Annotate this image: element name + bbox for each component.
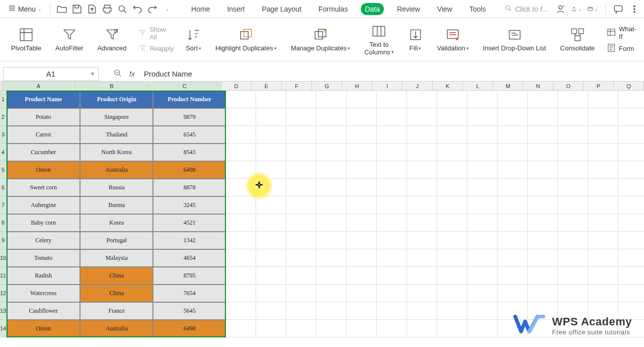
empty-cell[interactable] [588,232,618,249]
empty-cell[interactable] [467,108,498,126]
empty-cell[interactable] [588,144,618,161]
empty-cell[interactable] [588,249,618,267]
qat-dropdown-icon[interactable]: ⌄ [162,4,173,15]
empty-cell[interactable] [256,108,286,126]
table-cell[interactable]: Cucumber [7,144,80,161]
col-header-N[interactable]: N [523,82,553,91]
empty-cell[interactable] [316,285,347,302]
table-cell[interactable]: Malaysia [80,249,153,267]
table-cell[interactable]: 4654 [153,249,226,267]
export-icon[interactable] [87,4,98,15]
table-cell[interactable]: Carrot [7,126,80,144]
empty-cell[interactable] [316,249,347,267]
empty-cell[interactable] [467,179,498,196]
empty-cell[interactable] [226,232,256,249]
table-cell[interactable]: 6498 [153,320,226,337]
empty-cell[interactable] [377,196,407,214]
tab-home[interactable]: Home [187,3,214,15]
empty-cell[interactable] [256,249,286,267]
table-cell[interactable]: China [80,267,153,285]
empty-cell[interactable] [226,320,256,337]
table-cell[interactable]: France [80,302,153,320]
empty-cell[interactable] [316,196,347,214]
row-header-14[interactable]: 14 [0,320,7,337]
table-cell[interactable]: 4521 [153,214,226,232]
print-preview-icon[interactable] [117,4,128,15]
empty-cell[interactable] [528,214,558,232]
empty-cell[interactable] [498,214,528,232]
empty-cell[interactable] [437,285,467,302]
empty-cell[interactable] [256,232,286,249]
empty-cell[interactable] [226,285,256,302]
empty-cell[interactable] [618,179,644,196]
row-header-10[interactable]: 10 [0,249,7,267]
empty-cell[interactable] [316,179,347,196]
table-cell[interactable]: Baby corn [7,214,80,232]
empty-cell[interactable] [256,302,286,320]
empty-cell[interactable] [256,179,286,196]
empty-cell[interactable] [528,144,558,161]
empty-cell[interactable] [558,232,588,249]
table-cell[interactable]: 3245 [153,196,226,214]
empty-cell[interactable] [467,161,498,179]
empty-cell[interactable] [528,196,558,214]
col-header-O[interactable]: O [553,82,584,91]
empty-cell[interactable] [377,126,407,144]
empty-cell[interactable] [618,108,644,126]
row-header-11[interactable]: 11 [0,267,7,285]
row-header-6[interactable]: 6 [0,179,7,196]
empty-cell[interactable] [347,126,377,144]
empty-cell[interactable] [528,267,558,285]
empty-cell[interactable] [226,126,256,144]
table-cell[interactable]: Australia [80,161,153,179]
empty-cell[interactable] [347,161,377,179]
tab-data[interactable]: Data [361,3,384,15]
row-header-4[interactable]: 4 [0,144,7,161]
undo-icon[interactable] [132,4,143,15]
empty-cell[interactable] [377,91,407,108]
col-header-H[interactable]: H [342,82,372,91]
empty-cell[interactable] [407,196,437,214]
empty-cell[interactable] [467,320,498,337]
open-icon[interactable] [56,4,67,15]
empty-cell[interactable] [316,161,347,179]
empty-cell[interactable] [498,161,528,179]
empty-cell[interactable] [226,179,256,196]
empty-cell[interactable] [618,285,644,302]
empty-cell[interactable] [437,302,467,320]
empty-cell[interactable] [588,161,618,179]
empty-cell[interactable] [498,126,528,144]
empty-cell[interactable] [618,267,644,285]
empty-cell[interactable] [588,108,618,126]
empty-cell[interactable] [316,91,347,108]
empty-cell[interactable] [407,267,437,285]
empty-cell[interactable] [377,232,407,249]
empty-cell[interactable] [558,285,588,302]
tab-formulas[interactable]: Formulas [314,3,352,15]
empty-cell[interactable] [286,144,316,161]
empty-cell[interactable] [377,108,407,126]
autofilter-button[interactable]: AutoFilter [48,20,91,60]
empty-cell[interactable] [437,214,467,232]
empty-cell[interactable] [467,285,498,302]
empty-cell[interactable] [498,232,528,249]
col-header-G[interactable]: G [312,82,342,91]
sort-button[interactable]: Sort▾ [179,20,208,60]
col-header-C[interactable]: C [148,82,221,91]
table-cell[interactable]: Onion [7,161,80,179]
table-cell[interactable]: Tomato [7,249,80,267]
table-header-cell[interactable]: Product Origin [80,91,153,108]
empty-cell[interactable] [498,108,528,126]
table-cell[interactable]: Russia [80,179,153,196]
empty-cell[interactable] [498,144,528,161]
empty-cell[interactable] [467,249,498,267]
more-icon[interactable] [629,4,640,15]
empty-cell[interactable] [316,144,347,161]
empty-cell[interactable] [528,108,558,126]
table-cell[interactable]: 6498 [153,161,226,179]
empty-cell[interactable] [286,214,316,232]
empty-cell[interactable] [316,108,347,126]
print-icon[interactable] [102,4,113,15]
insert-dropdown-button[interactable]: Insert Drop-Down List [476,20,553,60]
empty-cell[interactable] [377,267,407,285]
